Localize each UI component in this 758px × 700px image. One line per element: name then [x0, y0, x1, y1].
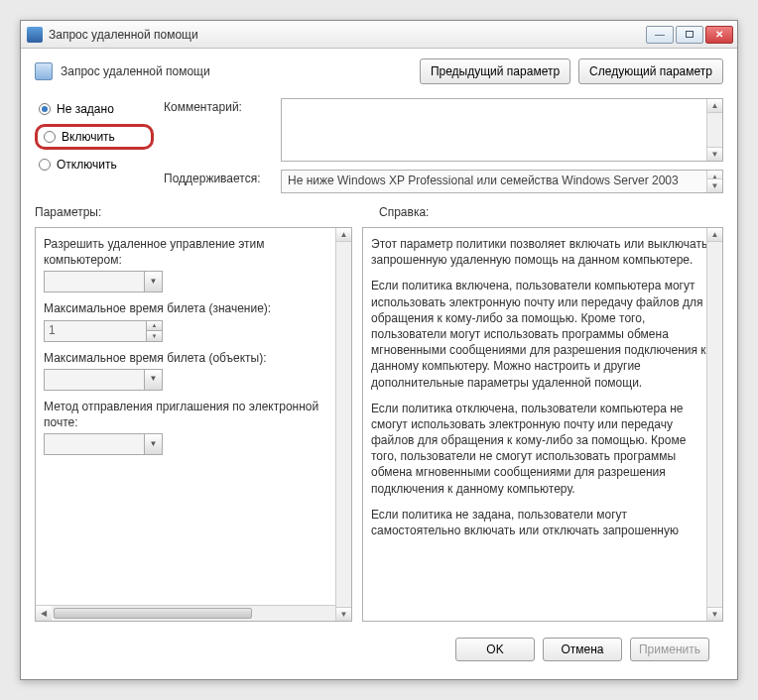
close-button[interactable]: ✕: [705, 26, 733, 44]
scrollbar[interactable]: ▲ ▼: [706, 171, 722, 192]
radio-label: Включить: [62, 130, 115, 144]
app-icon: [27, 27, 43, 43]
scrollbar[interactable]: ▲ ▼: [706, 99, 722, 161]
maximize-button[interactable]: [676, 26, 703, 44]
allow-remote-combo[interactable]: ▼: [44, 271, 163, 292]
comment-textarea[interactable]: ▲ ▼: [281, 98, 723, 162]
scroll-up-icon[interactable]: ▲: [707, 228, 722, 242]
scrollbar[interactable]: ▲ ▼: [706, 228, 722, 621]
previous-setting-button[interactable]: Предыдущий параметр: [420, 58, 570, 84]
invite-method-label: Метод отправления приглашения по электро…: [44, 399, 341, 430]
apply-button[interactable]: Применить: [630, 638, 709, 661]
help-heading: Справка:: [379, 205, 723, 219]
invite-method-combo[interactable]: ▼: [44, 433, 163, 455]
ticket-value-label: Максимальное время билета (значение):: [44, 300, 341, 316]
scroll-down-icon[interactable]: ▼: [707, 147, 722, 161]
scrollbar[interactable]: ▲ ▼: [335, 228, 351, 621]
radio-icon: [39, 159, 51, 171]
spin-down-icon[interactable]: ▼: [147, 331, 162, 341]
radio-icon: [39, 103, 51, 115]
supported-label: Поддерживается:: [164, 170, 273, 185]
radio-disabled[interactable]: Отключить: [35, 156, 154, 174]
radio-label: Не задано: [57, 102, 114, 116]
radio-not-configured[interactable]: Не задано: [35, 100, 154, 118]
scroll-thumb[interactable]: [54, 608, 252, 619]
scroll-down-icon[interactable]: ▼: [336, 607, 351, 621]
ticket-units-label: Максимальное время билета (объекты):: [44, 350, 341, 366]
chevron-down-icon: ▼: [144, 370, 162, 390]
scroll-up-icon[interactable]: ▲: [707, 99, 722, 113]
scroll-down-icon[interactable]: ▼: [707, 178, 722, 192]
chevron-down-icon: ▼: [144, 272, 162, 292]
ticket-units-combo[interactable]: ▼: [44, 369, 163, 391]
radio-label: Отключить: [57, 158, 117, 172]
allow-remote-label: Разрешить удаленное управление этим комп…: [44, 236, 341, 268]
chevron-down-icon: ▼: [144, 434, 162, 454]
radio-icon: [44, 131, 56, 143]
comment-label: Комментарий:: [164, 98, 273, 114]
policy-icon: [35, 62, 53, 80]
scroll-down-icon[interactable]: ▼: [707, 607, 722, 621]
dialog-window: Запрос удаленной помощи — ✕ Запрос удале…: [20, 20, 738, 680]
scroll-left-icon[interactable]: ◀: [36, 606, 52, 621]
next-setting-button[interactable]: Следующий параметр: [578, 58, 723, 84]
policy-title: Запрос удаленной помощи: [61, 64, 412, 78]
cancel-button[interactable]: Отмена: [543, 638, 622, 661]
supported-text: Не ниже Windows XP Professional или семе…: [281, 170, 723, 193]
ticket-value-spinner[interactable]: 1 ▲▼: [44, 320, 163, 342]
ok-button[interactable]: OK: [455, 638, 535, 661]
radio-enabled[interactable]: Включить: [35, 124, 154, 150]
state-radio-group: Не задано Включить Отключить: [35, 98, 154, 193]
window-title: Запрос удаленной помощи: [49, 28, 646, 42]
help-text: Этот параметр политики позволяет включат…: [363, 228, 722, 621]
minimize-button[interactable]: —: [646, 26, 674, 44]
parameters-pane: Разрешить удаленное управление этим комп…: [35, 227, 352, 622]
titlebar[interactable]: Запрос удаленной помощи — ✕: [21, 21, 737, 49]
horizontal-scrollbar[interactable]: ◀ ▶: [36, 605, 351, 621]
scroll-up-icon[interactable]: ▲: [336, 228, 351, 242]
params-heading: Параметры:: [35, 205, 379, 219]
help-pane: Этот параметр политики позволяет включат…: [362, 227, 723, 622]
spin-up-icon[interactable]: ▲: [147, 321, 162, 331]
